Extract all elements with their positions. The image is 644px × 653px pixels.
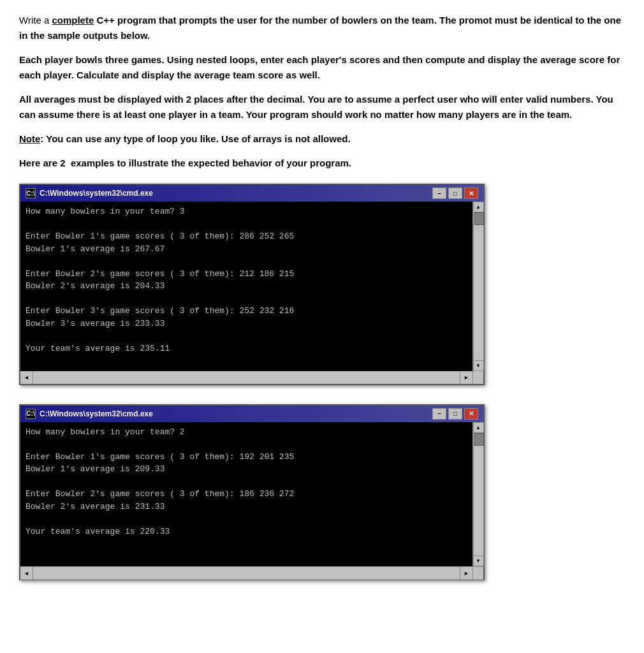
cmd-icon-2: C:\: [26, 409, 36, 419]
cmd-line: [26, 293, 467, 305]
scrollbar-track-1[interactable]: [473, 212, 484, 360]
statusbar-corner-2: [472, 567, 483, 580]
cmd-line: Enter Bowler 3's game scores ( 3 of them…: [26, 305, 467, 318]
statusbar-left-arrow-2[interactable]: ◄: [20, 567, 33, 580]
paragraph-5: Here are 2 examples to illustrate the ex…: [19, 156, 625, 171]
cmd-restore-btn-1[interactable]: □: [448, 187, 462, 199]
cmd-line: [26, 355, 467, 367]
cmd-icon-text-2: C:\: [26, 410, 34, 417]
cmd-line: Bowler 1's average is 209.33: [26, 463, 467, 476]
cmd-line: Your team's average is 220.33: [26, 525, 467, 538]
scrollbar-track-2[interactable]: [473, 433, 484, 556]
cmd-body-2: How many bowlers in your team? 2 Enter B…: [20, 422, 472, 567]
cmd-line: [26, 538, 467, 550]
cmd-line: Enter Bowler 2's game scores ( 3 of them…: [26, 268, 467, 281]
scrollbar-up-arrow-2[interactable]: ▲: [473, 422, 484, 433]
cmd-titlebar-left-2: C:\ C:\Windows\system32\cmd.exe: [26, 409, 153, 419]
cmd-body-wrapper-1: How many bowlers in your team? 3 Enter B…: [20, 202, 483, 371]
statusbar-track-2[interactable]: [33, 567, 460, 580]
cmd-line: Enter Bowler 1's game scores ( 3 of them…: [26, 230, 467, 243]
cmd-line: Bowler 2's average is 204.33: [26, 280, 467, 293]
cmd-titlebar-left-1: C:\ C:\Windows\system32\cmd.exe: [26, 188, 153, 198]
cmd-statusbar-2: ◄ ►: [20, 566, 483, 579]
cmd-titlebar-buttons-2: – □ ✕: [432, 408, 478, 420]
cmd-titlebar-2: C:\ C:\Windows\system32\cmd.exe – □ ✕: [20, 406, 483, 422]
cmd-close-btn-2[interactable]: ✕: [464, 408, 478, 420]
paragraph-1: Write a complete C++ program that prompt…: [19, 13, 625, 43]
cmd-close-btn-1[interactable]: ✕: [464, 187, 478, 199]
cmd-line: Enter Bowler 2's game scores ( 3 of them…: [26, 488, 467, 501]
cmd-line: [26, 513, 467, 525]
note-label: Note: [19, 133, 40, 144]
scrollbar-up-arrow-1[interactable]: ▲: [473, 202, 484, 212]
cmd-body-wrapper-2: How many bowlers in your team? 2 Enter B…: [20, 422, 483, 567]
scrollbar-thumb-1[interactable]: [474, 212, 484, 225]
cmd-line: Bowler 3's average is 233.33: [26, 318, 467, 330]
cmd-line: [26, 438, 467, 451]
cmd-line: [26, 550, 467, 563]
cmd-statusbar-1: ◄ ►: [20, 371, 483, 384]
cmd-line: [26, 330, 467, 342]
cmd-minimize-btn-1[interactable]: –: [432, 187, 446, 199]
cmd-window-2: C:\ C:\Windows\system32\cmd.exe – □ ✕ Ho…: [19, 404, 485, 581]
cmd-line: How many bowlers in your team? 3: [26, 205, 467, 218]
cmd-icon-1: C:\: [26, 188, 36, 198]
statusbar-right-arrow-1[interactable]: ►: [460, 371, 472, 384]
cmd-line: Bowler 1's average is 267.67: [26, 243, 467, 256]
cmd-title-2: C:\Windows\system32\cmd.exe: [40, 409, 153, 418]
instructions-block: Write a complete C++ program that prompt…: [19, 13, 625, 171]
cmd-icon-text-1: C:\: [26, 190, 34, 197]
cmd-line: Bowler 2's average is 231.33: [26, 501, 467, 513]
cmd-scrollbar-2[interactable]: ▲ ▼: [472, 422, 483, 567]
cmd-line: Your team's average is 235.11: [26, 342, 467, 355]
statusbar-right-arrow-2[interactable]: ►: [460, 567, 472, 580]
statusbar-track-1[interactable]: [33, 371, 460, 384]
scrollbar-down-arrow-2[interactable]: ▼: [473, 555, 484, 566]
statusbar-corner-1: [472, 371, 483, 384]
cmd-restore-btn-2[interactable]: □: [448, 408, 462, 420]
cmd-line: How many bowlers in your team? 2: [26, 426, 467, 439]
paragraph-2: Each player bowls three games. Using nes…: [19, 52, 625, 83]
paragraph-3: All averages must be displayed with 2 pl…: [19, 92, 625, 122]
paragraph-4: Note: You can use any type of loop you l…: [19, 131, 625, 147]
scrollbar-thumb-2[interactable]: [474, 433, 484, 446]
cmd-line: [26, 476, 467, 488]
cmd-line: [26, 218, 467, 231]
cmd-window-1: C:\ C:\Windows\system32\cmd.exe – □ ✕ Ho…: [19, 184, 485, 385]
cmd-line: [26, 255, 467, 268]
cmd-titlebar-1: C:\ C:\Windows\system32\cmd.exe – □ ✕: [20, 185, 483, 202]
underline-complete: complete: [52, 15, 94, 26]
cmd-body-1: How many bowlers in your team? 3 Enter B…: [20, 202, 472, 371]
cmd-scrollbar-1[interactable]: ▲ ▼: [472, 202, 483, 371]
cmd-line: Enter Bowler 1's game scores ( 3 of them…: [26, 451, 467, 464]
statusbar-left-arrow-1[interactable]: ◄: [20, 371, 33, 384]
cmd-title-1: C:\Windows\system32\cmd.exe: [40, 189, 153, 198]
cmd-titlebar-buttons-1: – □ ✕: [432, 187, 478, 199]
scrollbar-down-arrow-1[interactable]: ▼: [473, 360, 484, 371]
cmd-minimize-btn-2[interactable]: –: [432, 408, 446, 420]
